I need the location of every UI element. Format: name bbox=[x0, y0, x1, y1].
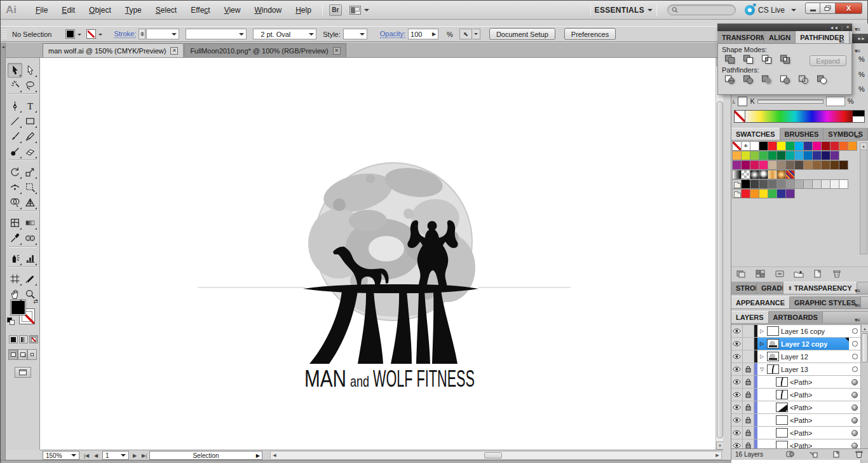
swatch-color[interactable] bbox=[830, 141, 839, 151]
vertical-scroll-thumb[interactable] bbox=[717, 101, 723, 438]
layer-main[interactable]: <Path> bbox=[757, 401, 849, 413]
new-layer-icon[interactable] bbox=[832, 450, 841, 459]
menu-window[interactable]: Window bbox=[247, 6, 288, 15]
new-swatch-icon[interactable] bbox=[813, 270, 823, 278]
swatch-color[interactable] bbox=[785, 160, 795, 170]
swatch-color[interactable] bbox=[750, 179, 759, 189]
swatch-color[interactable] bbox=[768, 141, 777, 151]
shape-mode-exclude-button[interactable] bbox=[778, 55, 791, 64]
swatch-color[interactable] bbox=[732, 151, 742, 160]
target-icon[interactable] bbox=[849, 389, 860, 401]
layer-row[interactable]: ▷Layer 16 copy bbox=[731, 325, 868, 338]
scroll-left-arrow[interactable]: ◀ bbox=[271, 452, 278, 459]
document-setup-button[interactable]: Document Setup bbox=[489, 28, 555, 40]
layer-name[interactable]: <Path> bbox=[790, 391, 812, 399]
target-icon[interactable] bbox=[849, 363, 860, 375]
tab-swatches[interactable]: SWATCHES bbox=[731, 128, 780, 140]
panel-menu-icon[interactable] bbox=[839, 34, 850, 41]
swatch-color[interactable] bbox=[768, 179, 777, 189]
swatch-color[interactable] bbox=[812, 141, 822, 151]
swatch-color[interactable] bbox=[759, 160, 768, 170]
swatch-color[interactable] bbox=[839, 179, 848, 189]
panel-menu-icon[interactable] bbox=[855, 132, 866, 139]
expand-layer-icon[interactable]: ▷ bbox=[759, 341, 765, 347]
target-icon[interactable] bbox=[849, 338, 860, 350]
swatch-color[interactable] bbox=[794, 151, 804, 160]
layer-name[interactable]: Layer 12 bbox=[781, 353, 808, 361]
expand-button[interactable]: Expand bbox=[810, 55, 846, 66]
stroke-link[interactable]: Stroke: bbox=[114, 30, 136, 38]
tab-layers[interactable]: LAYERS bbox=[731, 311, 769, 323]
fill-stroke-proxy-icon[interactable]: t̲. bbox=[733, 99, 735, 104]
menu-file[interactable]: File bbox=[29, 6, 55, 15]
show-swatch-kinds-icon[interactable] bbox=[756, 270, 766, 278]
swatch-color[interactable] bbox=[741, 151, 750, 160]
zoom-level-select[interactable]: 150% bbox=[43, 451, 79, 460]
swatch-color[interactable] bbox=[776, 151, 786, 160]
swatch-color[interactable] bbox=[812, 160, 822, 170]
lock-cell-empty[interactable] bbox=[743, 338, 754, 350]
tab-align[interactable]: ALIGN bbox=[764, 31, 796, 43]
color-spectrum-ramp[interactable] bbox=[734, 110, 865, 123]
menu-help[interactable]: Help bbox=[288, 6, 318, 15]
brush-preset-select[interactable]: 2 pt. Oval bbox=[253, 29, 316, 39]
layer-main[interactable]: ▷Layer 12 bbox=[757, 350, 849, 363]
line-segment-tool[interactable] bbox=[8, 114, 22, 128]
tab-transparency[interactable]: ⇕TRANSPARENCY bbox=[783, 282, 857, 294]
hand-tool[interactable] bbox=[8, 287, 22, 301]
make-clipping-mask-icon[interactable] bbox=[786, 450, 795, 459]
width-tool[interactable] bbox=[8, 180, 22, 195]
swatch-color[interactable] bbox=[830, 160, 839, 170]
target-icon[interactable] bbox=[849, 427, 860, 439]
menu-object[interactable]: Object bbox=[82, 6, 118, 15]
preferences-button[interactable]: Preferences bbox=[564, 28, 616, 40]
swatch-color[interactable] bbox=[759, 151, 768, 160]
swatch-g-glow[interactable] bbox=[776, 170, 786, 179]
scroll-up-arrow[interactable]: ▲ bbox=[860, 143, 867, 150]
rotate-tool[interactable] bbox=[8, 165, 22, 179]
layer-row[interactable]: ▷Layer 12 bbox=[731, 350, 868, 363]
visibility-eye-icon[interactable] bbox=[731, 338, 743, 350]
current-color-swatch[interactable] bbox=[738, 97, 747, 106]
new-color-group-icon[interactable] bbox=[794, 270, 804, 278]
perspective-grid-tool[interactable] bbox=[23, 195, 37, 210]
swatch-color[interactable] bbox=[776, 160, 786, 170]
swatch-color[interactable] bbox=[785, 151, 795, 160]
layer-name[interactable]: <Path> bbox=[790, 378, 812, 386]
swatch-color[interactable] bbox=[803, 179, 813, 189]
horizontal-scrollbar[interactable]: ◀ ▶ bbox=[270, 451, 722, 460]
target-icon[interactable] bbox=[849, 350, 860, 363]
swatch-color[interactable] bbox=[750, 141, 759, 151]
slice-tool[interactable] bbox=[23, 272, 37, 286]
layer-name[interactable]: Layer 13 bbox=[781, 366, 808, 373]
layer-name[interactable]: Layer 12 copy bbox=[781, 340, 827, 348]
tab-artboards[interactable]: ARTBOARDS bbox=[769, 311, 823, 323]
restore-button[interactable] bbox=[820, 3, 836, 14]
target-icon[interactable] bbox=[849, 376, 860, 388]
tab-transform[interactable]: TRANSFORM bbox=[717, 31, 764, 43]
tab-brushes[interactable]: BRUSHES bbox=[780, 128, 824, 140]
color-button[interactable] bbox=[9, 335, 18, 343]
path-row[interactable]: <Path> bbox=[731, 401, 868, 414]
new-sublayer-icon[interactable] bbox=[809, 450, 818, 459]
close-button[interactable]: X bbox=[836, 3, 862, 14]
blob-brush-tool[interactable] bbox=[8, 144, 22, 159]
swatch-color[interactable] bbox=[794, 179, 804, 189]
swatch-color[interactable] bbox=[768, 151, 777, 160]
artboard-number-select[interactable]: 1 bbox=[102, 451, 129, 460]
swatch-color[interactable] bbox=[759, 141, 768, 151]
swatch-none[interactable] bbox=[732, 141, 742, 151]
swatch-color[interactable] bbox=[839, 160, 848, 170]
path-row[interactable]: <Path> bbox=[731, 389, 868, 401]
close-panel-icon[interactable]: ✕ bbox=[846, 25, 850, 30]
color-panel-menu-icon[interactable] bbox=[855, 46, 866, 53]
expand-layer-icon[interactable]: ▷ bbox=[759, 354, 765, 359]
pathfinder-trim-button[interactable] bbox=[742, 75, 754, 85]
eyedropper-tool[interactable] bbox=[8, 231, 22, 245]
shape-mode-minus-front-button[interactable] bbox=[742, 55, 754, 64]
swatch-color[interactable] bbox=[848, 141, 857, 151]
stroke-color-control[interactable] bbox=[86, 29, 102, 39]
swatch-color[interactable] bbox=[803, 160, 813, 170]
swatch-color[interactable] bbox=[794, 160, 804, 170]
layers-scroll-thumb[interactable] bbox=[862, 333, 868, 363]
